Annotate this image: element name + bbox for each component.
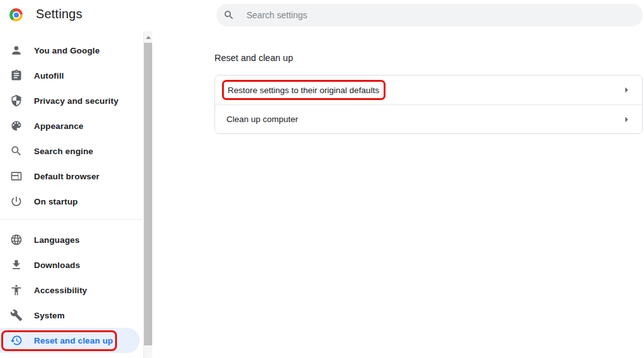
sidebar-item-label: Privacy and security — [34, 96, 118, 106]
palette-icon — [10, 120, 23, 132]
sidebar-item-label: Downloads — [34, 260, 80, 270]
sidebar-item-reset-and-clean-up[interactable]: Reset and clean up — [0, 328, 140, 353]
wrench-icon — [10, 309, 23, 322]
globe-icon — [10, 233, 23, 246]
search-bar — [216, 4, 643, 26]
sidebar-item-appearance[interactable]: Appearance — [0, 113, 140, 138]
sidebar-item-label: Appearance — [34, 121, 84, 131]
download-icon — [10, 259, 23, 271]
page-title: Settings — [36, 7, 82, 21]
sidebar-item-label: System — [34, 311, 65, 320]
row-label: Restore settings to their original defau… — [228, 86, 379, 95]
history-icon — [10, 334, 23, 347]
sidebar-item-downloads[interactable]: Downloads — [0, 252, 140, 277]
sidebar-item-languages[interactable]: Languages — [0, 227, 140, 252]
sidebar-item-label: Reset and clean up — [34, 336, 113, 345]
sidebar-item-autofill[interactable]: Autofill — [0, 63, 140, 88]
sidebar-divider — [0, 219, 142, 220]
settings-row-clean-up-computer[interactable]: Clean up computer — [215, 104, 642, 133]
sidebar-item-label: Autofill — [34, 71, 64, 81]
sidebar-item-label: You and Google — [34, 46, 100, 55]
sidebar-item-system[interactable]: System — [0, 303, 140, 328]
sidebar-item-privacy-and-security[interactable]: Privacy and security — [0, 88, 140, 113]
row-label: Clean up computer — [215, 115, 298, 124]
sidebar-item-label: On startup — [34, 197, 78, 206]
sidebar-item-accessibility[interactable]: Accessibility — [0, 277, 140, 303]
shield-icon — [10, 94, 23, 107]
sidebar-item-default-browser[interactable]: Default browser — [0, 164, 140, 189]
search-icon — [10, 145, 23, 157]
sidebar-item-label: Search engine — [34, 147, 93, 156]
settings-sidebar: You and GoogleAutofillPrivacy and securi… — [0, 31, 142, 353]
settings-row-restore-settings-to-their-original-defaults[interactable]: Restore settings to their original defau… — [215, 76, 642, 104]
scroll-up-arrow-icon — [146, 36, 151, 39]
autofill-icon — [10, 69, 23, 82]
sidebar-item-label: Accessibility — [34, 286, 87, 295]
scrollbar-thumb[interactable] — [144, 43, 152, 345]
section-heading: Reset and clean up — [214, 53, 293, 63]
search-input[interactable] — [216, 4, 643, 26]
chevron-right-icon — [620, 113, 633, 126]
chrome-logo-icon — [9, 8, 23, 21]
sidebar-item-label: Default browser — [34, 172, 99, 181]
chevron-right-icon — [620, 84, 633, 96]
person-icon — [10, 44, 23, 57]
power-icon — [10, 195, 23, 208]
annotation-box: Restore settings to their original defau… — [222, 80, 386, 100]
scroll-up-button[interactable] — [144, 31, 153, 43]
sidebar-scrollbar[interactable] — [143, 31, 152, 358]
sidebar-item-search-engine[interactable]: Search engine — [0, 138, 140, 164]
sidebar-item-on-startup[interactable]: On startup — [0, 189, 140, 214]
sidebar-item-you-and-google[interactable]: You and Google — [0, 38, 140, 63]
sidebar-item-label: Languages — [34, 235, 80, 245]
browser-icon — [10, 170, 23, 182]
settings-header: Settings — [0, 0, 644, 31]
reset-settings-card: Restore settings to their original defau… — [214, 75, 643, 134]
accessibility-icon — [10, 284, 23, 296]
